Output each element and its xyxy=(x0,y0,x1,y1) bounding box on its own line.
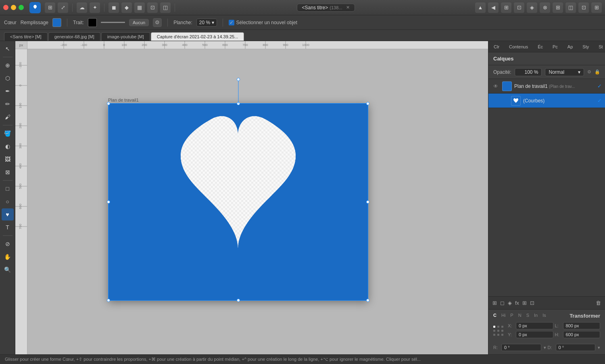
tool-crop[interactable]: ⊠ xyxy=(2,166,14,178)
corner-dot-bl[interactable] xyxy=(493,334,495,336)
panel-icon-dup[interactable]: ⊡ xyxy=(530,300,534,306)
layer-vis-btn-artboard[interactable]: 👁 xyxy=(492,82,500,90)
rpt-ec[interactable]: Éc xyxy=(536,44,545,50)
toolbar-more4[interactable]: ⊞ xyxy=(591,2,602,13)
blend-mode-dropdown[interactable]: Normal ▾ xyxy=(545,68,584,76)
tool-bucket[interactable]: 🪣 xyxy=(2,127,14,139)
transform-l-input[interactable]: 800 px xyxy=(563,322,601,329)
transform-r-input[interactable]: 0 ° xyxy=(501,344,541,351)
rpt-st[interactable]: St xyxy=(597,44,605,50)
toolbar-more2[interactable]: ◫ xyxy=(565,2,576,13)
layer-row-artboard[interactable]: 👁 Plan de travail1 (Plan de trav... ✓ xyxy=(488,79,605,94)
tool-pen[interactable]: ✒ xyxy=(2,85,14,97)
tab-image-youtube[interactable]: image-youtube [M] xyxy=(101,32,150,41)
panel-icon-mask[interactable]: ◻ xyxy=(500,300,505,306)
toolbar-btn-7[interactable]: ▦ xyxy=(134,2,145,13)
maximize-button[interactable] xyxy=(19,5,24,10)
tool-text[interactable]: T xyxy=(2,221,14,233)
rpt-pc[interactable]: Pc xyxy=(551,44,560,50)
doc-title-close[interactable]: ✕ xyxy=(346,5,350,10)
tab-generator[interactable]: generator-68.jpg [M] xyxy=(48,32,100,41)
tool-slice[interactable]: ⊘ xyxy=(2,238,14,250)
tool-hand[interactable]: ✋ xyxy=(2,251,14,263)
tab-capture[interactable]: Capture d'écran 2021-02-23 à 14.39.25... xyxy=(151,32,244,41)
transform-r-dropdown[interactable]: ▾ xyxy=(544,345,546,350)
fill-color-swatch[interactable] xyxy=(52,18,61,27)
corner-dot-br[interactable] xyxy=(501,334,503,336)
corner-dot-ml[interactable] xyxy=(493,330,495,332)
selection-top-dot[interactable] xyxy=(237,78,240,81)
transformer-tab-in[interactable]: In xyxy=(534,313,538,319)
opacity-value[interactable]: 100 % xyxy=(515,68,542,76)
transformer-tab-c[interactable]: C xyxy=(493,313,497,319)
panel-icon-layers[interactable]: ⊞ xyxy=(492,300,497,306)
tool-node[interactable]: ⊕ xyxy=(2,59,14,71)
corner-dot-tm[interactable] xyxy=(497,326,499,328)
corner-dot-mm[interactable] xyxy=(497,330,499,332)
tool-gradient[interactable]: ◐ xyxy=(2,140,14,152)
close-button[interactable] xyxy=(3,5,8,10)
panel-icon-add[interactable]: ⊞ xyxy=(522,300,527,306)
transformer-tab-is[interactable]: Is xyxy=(542,313,546,319)
toolbar-btn-2[interactable]: ⤢ xyxy=(58,2,68,13)
rpt-contenus[interactable]: Contenus xyxy=(507,44,530,50)
rpt-sty[interactable]: Sty xyxy=(580,44,591,50)
select-new-obj-checkbox[interactable]: ✓ Sélectionner un nouvel objet xyxy=(229,20,297,25)
tool-pencil[interactable]: ✏ xyxy=(2,98,14,110)
corner-dot-tl[interactable] xyxy=(493,326,495,328)
panel-icon-fx[interactable]: fx xyxy=(515,300,519,306)
rpt-ap[interactable]: Ap xyxy=(565,44,575,50)
panel-icon-adjust[interactable]: ◈ xyxy=(508,300,512,306)
tab-sans-titre[interactable]: <Sans titre> [M] xyxy=(4,32,48,41)
transformer-tab-s[interactable]: S xyxy=(526,313,529,319)
toolbar-btn-4[interactable]: ✦ xyxy=(90,2,100,13)
tool-select[interactable]: ↖ xyxy=(2,43,14,55)
tool-image[interactable]: 🖼 xyxy=(2,153,14,165)
canvas-area[interactable]: px -200 -100 0 100 200 300 400 5 xyxy=(15,41,488,354)
tool-paintbrush[interactable]: 🖌 xyxy=(2,111,14,123)
toolbar-btn-8[interactable]: ⊡ xyxy=(147,2,158,13)
toolbar-grid[interactable]: ⊡ xyxy=(514,2,524,13)
gear-button[interactable]: ⚙ xyxy=(153,18,162,27)
transform-d-dropdown[interactable]: ▾ xyxy=(598,345,600,350)
layer-vis-btn-courbes[interactable] xyxy=(501,97,509,105)
layer-row-courbes[interactable]: (Courbes) ✓ xyxy=(488,94,605,108)
tool-zoom[interactable]: 🔍 xyxy=(2,264,14,276)
layer-check-courbes[interactable]: ✓ xyxy=(597,98,602,104)
stroke-color-swatch[interactable] xyxy=(88,18,97,27)
toolbar-btn-5[interactable]: ◼ xyxy=(108,2,119,13)
tool-rect[interactable]: □ xyxy=(2,183,14,195)
transform-x-input[interactable]: 0 px xyxy=(516,322,553,329)
corner-indicator[interactable] xyxy=(493,326,505,337)
transformer-tab-p[interactable]: P xyxy=(510,313,513,319)
toolbar-close-x[interactable]: ⊗ xyxy=(540,2,550,13)
rpt-clr[interactable]: Clr xyxy=(492,44,501,50)
zoom-dropdown[interactable]: 20 % ▾ xyxy=(196,19,217,27)
transform-h-input[interactable]: 600 px xyxy=(563,331,601,338)
toolbar-btn-1[interactable]: ⊞ xyxy=(45,2,55,13)
lock-icon[interactable]: 🔒 xyxy=(595,69,600,75)
canvas-workspace[interactable]: Plan de travail1 xyxy=(27,49,488,354)
toolbar-more1[interactable]: ⊞ xyxy=(553,2,563,13)
minimize-button[interactable] xyxy=(11,5,16,10)
artboard[interactable] xyxy=(108,103,368,301)
tool-ellipse[interactable]: ○ xyxy=(2,196,14,208)
corner-dot-mr[interactable] xyxy=(501,330,503,332)
toolbar-btn-6[interactable]: ◆ xyxy=(121,2,132,13)
settings-icon[interactable]: ⚙ xyxy=(587,69,591,75)
tool-heart[interactable]: ♥ xyxy=(2,208,14,220)
toolbar-forward[interactable]: ⊞ xyxy=(501,2,511,13)
toolbar-share[interactable]: ▲ xyxy=(475,2,486,13)
toolbar-layers[interactable]: ◈ xyxy=(527,2,537,13)
transform-y-input[interactable]: 0 px xyxy=(516,331,553,338)
layer-check-artboard[interactable]: ✓ xyxy=(597,83,602,89)
tool-shape[interactable]: ⬡ xyxy=(2,72,14,84)
aucun-button[interactable]: Aucun xyxy=(129,19,149,26)
corner-dot-bm[interactable] xyxy=(497,334,499,336)
panel-icon-delete[interactable]: 🗑 xyxy=(596,300,601,306)
document-title[interactable]: <Sans titre> (138... ✕ xyxy=(297,4,355,12)
toolbar-back[interactable]: ◀ xyxy=(488,2,499,13)
toolbar-btn-9[interactable]: ◫ xyxy=(160,2,171,13)
transform-d-input[interactable]: 0 ° xyxy=(556,344,596,351)
corner-dot-tr[interactable] xyxy=(501,326,503,328)
